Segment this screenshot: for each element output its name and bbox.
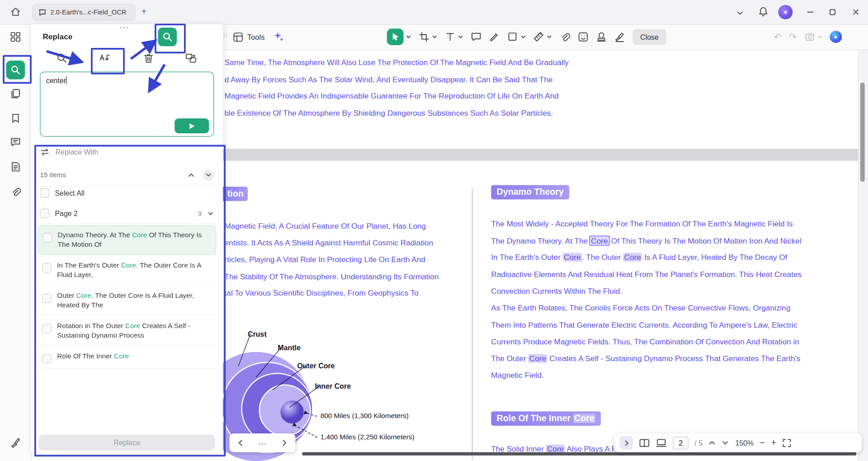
page-total-label: / 5 <box>694 439 703 447</box>
page-down-icon[interactable] <box>722 439 729 446</box>
new-tab-button[interactable]: + <box>142 6 146 17</box>
doc-text-line: The Outer Core Creates A Self - Sustaini… <box>491 350 802 367</box>
chevron-down-icon[interactable] <box>432 34 437 40</box>
text-segment: Is A Fluid Layer, Heated By The Decay Of <box>642 253 787 262</box>
nav-forward-icon[interactable] <box>281 439 288 447</box>
text-segment: Of This Theory Is The Motion Of Molten I… <box>609 236 802 245</box>
chevron-down-icon[interactable] <box>520 34 526 40</box>
doc-text-line: ble Existence Of The Atmosphere By Shiel… <box>225 104 569 121</box>
fit-page-icon[interactable] <box>783 438 792 447</box>
highlighter-tool-icon[interactable] <box>489 31 500 42</box>
attachments-icon[interactable] <box>9 186 22 198</box>
text-segment: Radioactive Elements And Residual Heat F… <box>491 270 802 278</box>
account-avatar[interactable]: ✶ <box>778 5 793 19</box>
panel-grip-icon[interactable]: ⁞⁞ <box>223 32 228 39</box>
left-sidebar <box>0 24 32 461</box>
nav-back-icon[interactable] <box>236 439 244 447</box>
close-window-button[interactable] <box>850 7 862 18</box>
chevron-down-icon[interactable] <box>458 34 463 40</box>
page-nav-pill: ··· <box>230 433 296 452</box>
comments-icon[interactable] <box>9 136 22 148</box>
annotation-box-replace-tab <box>91 48 125 74</box>
doc-text-line: The Stability Of The Atmosphere. Underst… <box>225 268 439 285</box>
text-segment: Currents Produce Magnetic Fields. Thus, … <box>491 337 799 346</box>
role-heading: Role Of The Inner Core <box>491 411 601 426</box>
chevron-down-icon <box>817 34 822 40</box>
notes-icon[interactable] <box>9 161 22 173</box>
right-column-heading: Dynamo Theory <box>491 185 569 199</box>
tools-label: Tools <box>247 33 265 41</box>
maximize-button[interactable] <box>827 7 838 18</box>
measure-tool[interactable] <box>533 31 552 42</box>
presentation-icon[interactable] <box>656 438 667 447</box>
nav-more-icon[interactable]: ··· <box>258 438 266 447</box>
redo-icon[interactable]: ↷ <box>789 31 797 43</box>
matched-word: Core <box>623 253 642 262</box>
thumbnails-grid-icon[interactable] <box>9 31 22 43</box>
search-submit-button[interactable] <box>175 118 209 133</box>
home-icon[interactable] <box>10 7 21 20</box>
doc-text-line: tal To Various Scientific Disciplines, F… <box>225 285 439 301</box>
expand-panel-icon[interactable] <box>620 436 633 449</box>
view-controls-bar: 2 / 5 150% − + <box>614 433 862 452</box>
diagram-measure-inner: 800 Miles (1,300 Kilometers) <box>321 412 409 420</box>
ai-sparkles-icon[interactable] <box>273 31 285 43</box>
delete-tab-icon[interactable] <box>143 53 154 64</box>
minimize-button[interactable] <box>805 7 816 18</box>
diagram-label-inner-core: Inner Core <box>315 382 351 390</box>
zoom-level-label[interactable]: 150% <box>735 439 754 447</box>
bookmark-icon[interactable] <box>9 113 22 125</box>
text-segment: The Most Widely - Accepted Theory For Th… <box>491 219 793 228</box>
select-tool[interactable] <box>387 28 411 45</box>
chevron-down-icon[interactable] <box>406 34 411 40</box>
doc-text-line: Same Time, The Atmosphere Will Also Lose… <box>225 54 569 71</box>
zoom-out-button[interactable]: − <box>760 438 765 448</box>
panel-drag-handle[interactable]: ••• <box>120 24 130 31</box>
pages-icon[interactable] <box>9 88 22 100</box>
undo-icon[interactable]: ↶ <box>774 31 782 43</box>
text-segment: The Outer <box>491 354 528 362</box>
tab-chat-icon <box>38 8 47 16</box>
reading-mode-icon[interactable] <box>639 438 650 447</box>
panel-title: Replace <box>42 32 72 41</box>
shape-tool[interactable] <box>507 31 526 42</box>
doc-text-line: As The Earth Rotates, The Coriolis Force… <box>491 300 802 316</box>
role-heading-pre: Role Of The Inner <box>497 414 573 423</box>
left-column-heading-fragment: tion <box>223 187 248 201</box>
notifications-bell-icon[interactable] <box>758 6 769 20</box>
comment-tool-icon[interactable] <box>471 31 482 42</box>
close-toolbar-button[interactable]: Close <box>632 29 666 45</box>
vertical-scrollbar-thumb[interactable] <box>860 83 865 182</box>
tools-button[interactable]: Tools <box>233 32 265 42</box>
text-segment: Magnetic Field. <box>491 371 543 380</box>
annotation-box-results <box>34 145 226 456</box>
diagram-measure-outer: 1,400 Miles (2,250 Kilometers) <box>321 433 415 441</box>
replace-image-tab-icon[interactable] <box>185 53 198 64</box>
page-number-input[interactable]: 2 <box>673 437 688 449</box>
signature-tool-icon[interactable] <box>614 31 626 42</box>
text-segment: The Dynamo Theory. At The <box>491 236 590 245</box>
doc-text-line: Them Into Patterns That Generate Electri… <box>491 316 802 333</box>
page-up-icon[interactable] <box>709 439 716 446</box>
doc-text-line: rticles, Playing A Vital Role In Protect… <box>225 251 439 268</box>
sign-pen-icon[interactable] <box>9 436 22 448</box>
text-tool[interactable] <box>444 31 463 42</box>
diagram-label-outer-core: Outer Core <box>297 362 335 370</box>
snapshot-tool[interactable] <box>804 31 822 42</box>
zoom-in-button[interactable]: + <box>771 438 776 448</box>
horizontal-scrollbar-thumb[interactable] <box>302 452 856 455</box>
chevron-down-icon[interactable] <box>547 34 552 40</box>
text-segment: Convection Currents Within The Fluid. <box>491 287 622 295</box>
matched-word: Core <box>590 236 609 245</box>
doc-text-line: Convection Currents Within The Fluid. <box>491 283 802 300</box>
sticker-tool-icon[interactable] <box>578 31 589 42</box>
search-tab-icon[interactable] <box>57 53 68 64</box>
crop-tool[interactable] <box>419 31 438 42</box>
attach-tool-icon[interactable] <box>559 31 571 42</box>
text-segment: Them Into Patterns That Generate Electri… <box>491 320 797 329</box>
ai-assistant-icon[interactable]: ✦ <box>830 31 842 43</box>
stamp-tool-icon[interactable] <box>596 31 607 42</box>
tabs-dropdown-icon[interactable] <box>736 9 744 19</box>
document-tab[interactable]: 2.0-Earth's...c-Field_OCR <box>32 4 135 21</box>
app-window: Same Time, The Atmosphere Will Also Lose… <box>0 0 868 461</box>
